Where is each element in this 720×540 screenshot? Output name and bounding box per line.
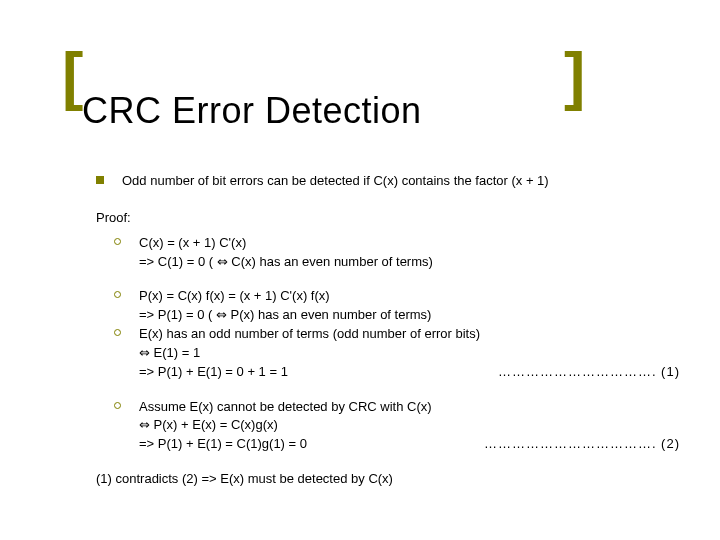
proof-line: => P(1) = 0 ( ⇔ P(x) has an even number …	[139, 306, 431, 325]
proof-line: E(x) has an odd number of terms (odd num…	[139, 325, 480, 344]
circle-bullet-icon	[114, 291, 121, 298]
slide-content: Odd number of bit errors can be detected…	[96, 172, 680, 489]
circle-bullet-icon	[114, 329, 121, 336]
proof-block-2: P(x) = C(x) f(x) = (x + 1) C'(x) f(x) =>…	[114, 287, 680, 381]
main-bullet: Odd number of bit errors can be detected…	[96, 172, 680, 191]
bracket-left-icon: [	[62, 44, 83, 108]
bracket-right-icon: ]	[564, 44, 585, 108]
proof-line: P(x) = C(x) f(x) = (x + 1) C'(x) f(x)	[139, 287, 330, 306]
page-title: CRC Error Detection	[82, 90, 422, 132]
equation-ref: ………………………………. (2)	[307, 435, 680, 454]
proof-line: => C(1) = 0 ( ⇔ C(x) has an even number …	[139, 253, 433, 272]
proof-line: ⇔ P(x) + E(x) = C(x)g(x)	[139, 416, 278, 435]
conclusion-line: (1) contradicts (2) => E(x) must be dete…	[96, 470, 680, 489]
proof-line: ⇔ E(1) = 1	[139, 344, 200, 363]
equation-ref: ……………………………. (1)	[288, 363, 680, 382]
proof-line: => P(1) + E(1) = C(1)g(1) = 0	[139, 435, 307, 454]
proof-line: Assume E(x) cannot be detected by CRC wi…	[139, 398, 432, 417]
proof-block-3: Assume E(x) cannot be detected by CRC wi…	[114, 398, 680, 455]
main-bullet-text: Odd number of bit errors can be detected…	[122, 172, 549, 191]
proof-line: C(x) = (x + 1) C'(x)	[139, 234, 246, 253]
proof-label: Proof:	[96, 209, 680, 228]
square-bullet-icon	[96, 176, 104, 184]
proof-line: => P(1) + E(1) = 0 + 1 = 1	[139, 363, 288, 382]
circle-bullet-icon	[114, 402, 121, 409]
circle-bullet-icon	[114, 238, 121, 245]
proof-block-1: C(x) = (x + 1) C'(x) => C(1) = 0 ( ⇔ C(x…	[114, 234, 680, 272]
